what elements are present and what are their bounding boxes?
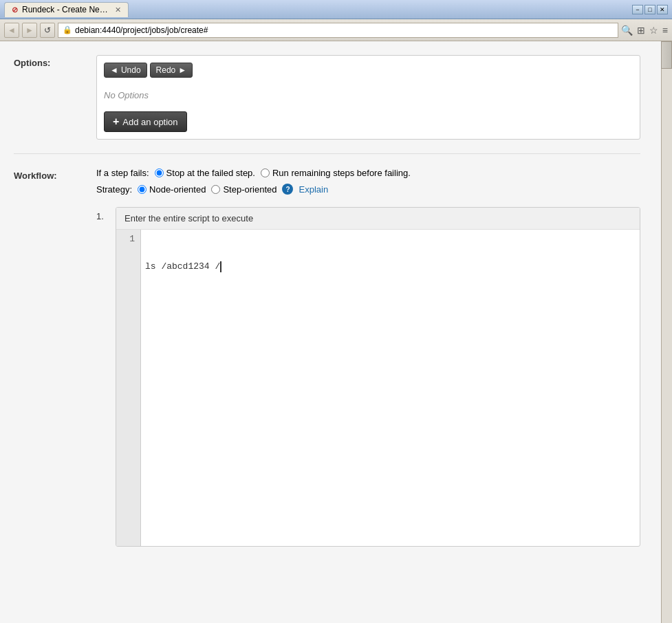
node-oriented-label: Node-oriented	[149, 184, 206, 195]
forward-button[interactable]: ►	[22, 23, 37, 38]
title-bar: ⊘ Rundeck - Create Ne… ✕ − □ ✕	[0, 0, 672, 19]
scrollbar-track[interactable]	[661, 41, 672, 623]
workflow-section: Workflow: If a step fails: Stop at the f…	[14, 168, 640, 560]
address-input[interactable]	[75, 25, 614, 35]
workflow-content: If a step fails: Stop at the failed step…	[96, 168, 640, 547]
window-controls: − □ ✕	[632, 5, 668, 14]
step-fail-row: If a step fails: Stop at the failed step…	[96, 168, 640, 178]
code-line-1: ls /abcd1234 /	[145, 260, 636, 274]
reader-icon[interactable]: ⊞	[637, 25, 645, 36]
add-option-button[interactable]: + Add an option	[104, 111, 187, 132]
bookmark-star-icon[interactable]: ☆	[649, 25, 658, 36]
refresh-button[interactable]: ↺	[40, 23, 55, 38]
tab-close-button[interactable]: ✕	[115, 6, 121, 14]
close-button[interactable]: ✕	[657, 5, 668, 14]
tab-title: Rundeck - Create Ne…	[22, 5, 108, 14]
node-oriented-option[interactable]: Node-oriented	[138, 184, 206, 195]
no-options-text: No Options	[104, 85, 633, 106]
run-remaining-label: Run remaining steps before failing.	[272, 168, 411, 178]
run-remaining-option[interactable]: Run remaining steps before failing.	[261, 168, 411, 178]
explain-link[interactable]: Explain	[299, 184, 328, 195]
line-number-1: 1	[122, 232, 135, 246]
step-1-box: Enter the entire script to execute 1 ls …	[116, 207, 640, 547]
nav-icons: 🔍 ⊞ ☆ ≡	[621, 25, 668, 36]
workflow-label: Workflow:	[14, 168, 96, 547]
workflow-options: If a step fails: Stop at the failed step…	[96, 168, 640, 547]
back-button[interactable]: ◄	[4, 23, 19, 38]
text-cursor	[220, 261, 221, 272]
line-numbers: 1	[116, 230, 141, 546]
page-inner: Options: ◄ Undo Redo ►	[0, 41, 661, 588]
code-area[interactable]: ls /abcd1234 /	[141, 230, 640, 546]
code-editor: 1 ls /abcd1234 /	[116, 230, 640, 546]
address-bar: 🔒	[58, 23, 618, 38]
step-oriented-label: Step-oriented	[223, 184, 277, 195]
step-oriented-option[interactable]: Step-oriented	[211, 184, 277, 195]
options-toolbar: ◄ Undo Redo ►	[104, 63, 633, 78]
search-nav-icon[interactable]: 🔍	[621, 25, 633, 36]
options-label: Options:	[14, 55, 96, 140]
node-oriented-radio[interactable]	[138, 185, 147, 194]
minimize-button[interactable]: −	[632, 5, 643, 14]
tab-icon: ⊘	[12, 6, 18, 14]
step-1-header: Enter the entire script to execute	[116, 208, 640, 230]
strategy-row: Strategy: Node-oriented Step-oriented ? …	[96, 184, 640, 195]
stop-at-failed-radio[interactable]	[155, 168, 164, 177]
restore-button[interactable]: □	[644, 5, 655, 14]
undo-icon: ◄	[110, 65, 118, 75]
scrollbar-thumb[interactable]	[661, 41, 672, 69]
undo-button[interactable]: ◄ Undo	[104, 63, 147, 78]
run-remaining-radio[interactable]	[261, 168, 270, 177]
page-content: Options: ◄ Undo Redo ►	[0, 41, 672, 623]
help-icon[interactable]: ?	[282, 184, 293, 195]
lock-icon: 🔒	[63, 25, 72, 34]
step-1-number: 1.	[96, 207, 110, 221]
undo-label: Undo	[121, 65, 141, 75]
menu-icon[interactable]: ≡	[662, 25, 668, 36]
options-content: ◄ Undo Redo ► No Options + Add an option	[96, 55, 640, 140]
title-bar-left: ⊘ Rundeck - Create Ne… ✕	[4, 2, 632, 17]
workflow-steps: 1. Enter the entire script to execute 1	[96, 207, 640, 547]
browser-tab[interactable]: ⊘ Rundeck - Create Ne… ✕	[4, 2, 129, 17]
add-option-label: Add an option	[122, 117, 177, 127]
browser-window: ⊘ Rundeck - Create Ne… ✕ − □ ✕ ◄ ► ↺ 🔒 🔍…	[0, 0, 672, 623]
step-fail-prefix: If a step fails:	[96, 168, 149, 178]
redo-label: Redo	[156, 65, 176, 75]
step-1-row: 1. Enter the entire script to execute 1	[96, 207, 640, 547]
redo-icon: ►	[178, 65, 186, 75]
nav-bar: ◄ ► ↺ 🔒 🔍 ⊞ ☆ ≡	[0, 19, 672, 41]
redo-button[interactable]: Redo ►	[150, 63, 193, 78]
plus-icon: +	[113, 116, 119, 128]
stop-at-failed-option[interactable]: Stop at the failed step.	[155, 168, 255, 178]
strategy-prefix: Strategy:	[96, 184, 132, 195]
options-box: ◄ Undo Redo ► No Options + Add an option	[96, 55, 640, 140]
code-content-1: ls /abcd1234 /	[145, 260, 220, 274]
step-oriented-radio[interactable]	[211, 185, 220, 194]
options-section: Options: ◄ Undo Redo ►	[14, 55, 640, 154]
stop-at-failed-label: Stop at the failed step.	[166, 168, 255, 178]
